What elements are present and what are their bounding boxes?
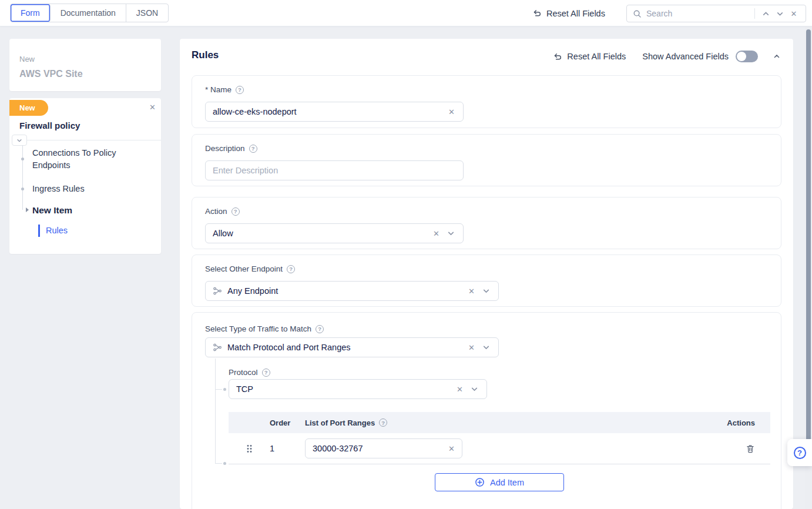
sidebar-item-ingress-rules[interactable]: Ingress Rules [32,183,145,195]
protocol-value: TCP [236,384,253,394]
name-input-wrap: ✕ [205,102,464,122]
top-toolbar: Form Documentation JSON Reset All Fields… [0,0,812,26]
help-circle-icon[interactable] [316,325,324,333]
context-title: AWS VPC Site [19,69,83,79]
tree-bullet [21,187,24,190]
firewall-policy-card: New ✕ Firewall policy Connections To Pol… [9,98,161,254]
other-endpoint-label: Select Other Endpoint [205,264,283,273]
column-order: Order [270,418,305,427]
traffic-value: Match Protocol and Port Ranges [227,343,351,352]
panel-controls: Reset All Fields Show Advanced Fields [552,49,780,64]
port-range-input[interactable] [313,444,442,453]
chevron-up-icon[interactable] [759,6,773,21]
reset-all-fields-label: Reset All Fields [546,9,605,18]
help-circle-icon[interactable] [379,418,387,427]
search-input[interactable] [646,9,751,18]
action-label: Action [205,207,227,216]
table-row: 1 ✕ [229,433,770,464]
traffic-label: Select Type of Traffic to Match [205,324,311,333]
tab-json[interactable]: JSON [126,4,168,22]
delete-row-icon[interactable] [746,444,755,454]
sidebar-item-new-item[interactable]: New Item [32,204,145,216]
port-range-input-wrap: ✕ [305,438,462,458]
view-tabs: Form Documentation JSON [10,4,169,22]
chevron-down-icon[interactable] [773,6,787,21]
chevron-down-icon[interactable] [482,344,490,351]
add-item-label: Add Item [490,478,524,487]
protocol-select[interactable]: TCP ✕ [229,379,487,399]
panel-title: Rules [192,49,219,61]
panel-reset-all-fields-button[interactable]: Reset All Fields [552,52,626,62]
column-actions: Actions [717,418,770,427]
other-endpoint-value: Any Endpoint [227,286,278,296]
port-ranges-table-header: Order List of Port Ranges Actions [229,412,770,433]
traffic-select[interactable]: Match Protocol and Port Ranges ✕ [205,337,499,357]
plus-circle-icon [475,477,485,487]
chevron-down-icon[interactable] [482,287,490,295]
row-order-value: 1 [270,444,305,453]
close-icon[interactable]: ✕ [787,6,801,21]
help-circle-icon[interactable] [287,265,295,273]
nesting-guide-line [215,359,216,464]
help-circle-icon[interactable] [249,145,257,153]
column-port-ranges: List of Port Ranges [305,418,375,427]
name-label: * Name [205,85,231,94]
description-label: Description [205,144,245,153]
help-button[interactable]: ? [787,439,812,466]
chevron-down-icon[interactable] [471,386,478,393]
clear-icon[interactable]: ✕ [433,230,439,237]
other-endpoint-section: Select Other Endpoint Any Endpoint ✕ [192,254,781,307]
panel-reset-label: Reset All Fields [567,52,626,61]
nesting-guide-dot [223,462,226,465]
description-field-section: Description [192,134,781,186]
tree-guide-line [22,145,23,210]
help-circle-icon[interactable] [262,369,270,377]
sidebar-item-rules[interactable]: Rules [46,226,68,235]
protocol-label: Protocol [229,368,258,377]
action-select[interactable]: Allow ✕ [205,223,464,243]
name-input[interactable] [213,107,456,116]
search-icon [633,9,642,18]
action-value: Allow [213,229,233,238]
tab-form[interactable]: Form [11,4,51,22]
endpoint-selector-icon [213,286,222,296]
other-endpoint-select[interactable]: Any Endpoint ✕ [205,281,499,301]
chevron-down-icon[interactable] [447,230,455,237]
policy-tree: Connections To Policy Endpoints Ingress … [9,98,161,254]
nesting-guide-dot [223,388,226,391]
clear-icon[interactable]: ✕ [448,445,455,453]
action-field-section: Action Allow ✕ [192,197,781,249]
caret-right-icon [26,207,29,212]
tree-bullet [21,158,24,160]
show-advanced-fields-toggle[interactable] [736,51,758,62]
add-item-button[interactable]: Add Item [435,473,564,491]
clear-icon[interactable]: ✕ [457,386,463,393]
scrollbar-thumb[interactable] [806,29,811,466]
active-item-bar [38,225,40,237]
clear-icon[interactable]: ✕ [448,108,455,116]
rules-panel: Rules Reset All Fields Show Advanced Fie… [180,39,793,509]
name-field-section: * Name ✕ [192,75,781,128]
help-circle-icon[interactable] [236,86,244,94]
sidebar-item-connections[interactable]: Connections To Policy Endpoints [32,147,145,172]
undo-icon [532,8,542,18]
reset-all-fields-button[interactable]: Reset All Fields [532,0,605,26]
clear-icon[interactable]: ✕ [468,344,475,351]
undo-icon [552,52,562,62]
help-circle-icon[interactable] [231,207,240,216]
drag-handle-icon[interactable] [229,444,270,453]
nesting-guide-stub [216,389,222,390]
nesting-guide-stub [216,463,222,464]
context-eyebrow: New [19,55,35,63]
clear-icon[interactable]: ✕ [468,287,475,295]
context-card: New AWS VPC Site [9,39,161,91]
search-divider [754,8,755,19]
search-bar: ✕ [626,5,806,22]
show-advanced-fields-label: Show Advanced Fields [642,52,729,61]
endpoint-selector-icon [213,343,222,352]
description-input-wrap [205,160,464,180]
collapse-section-icon[interactable] [773,53,780,60]
traffic-match-section: Select Type of Traffic to Match Match Pr… [192,312,781,509]
tab-documentation[interactable]: Documentation [51,4,126,22]
description-input[interactable] [213,166,456,175]
